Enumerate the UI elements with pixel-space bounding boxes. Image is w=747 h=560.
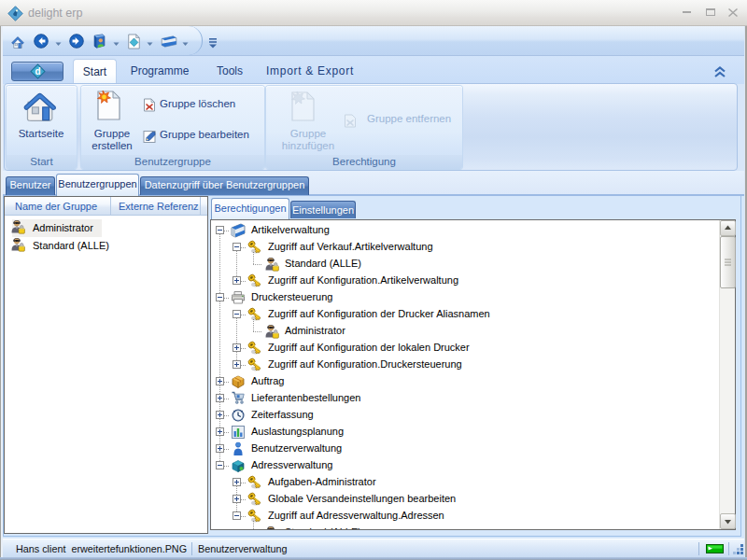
- svg-text:d: d: [35, 66, 40, 77]
